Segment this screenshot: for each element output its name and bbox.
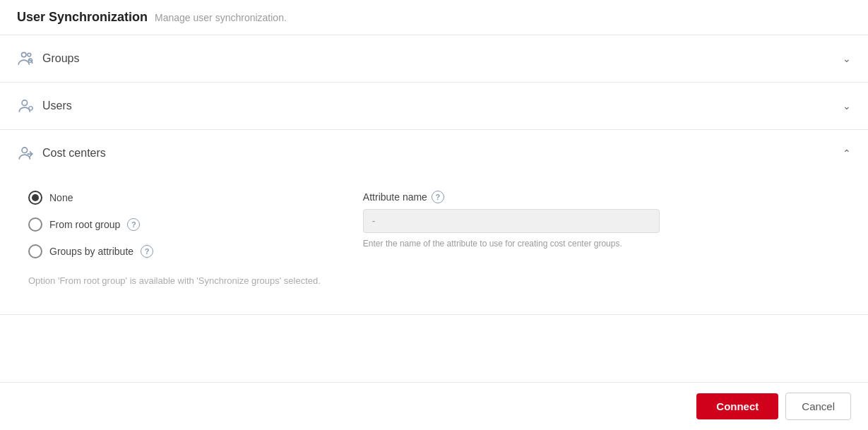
footer: Connect Cancel [0,382,868,430]
cancel-button[interactable]: Cancel [785,393,851,420]
radio-groups-by-attribute[interactable]: Groups by attribute ? [28,244,321,258]
cost-centers-section-left: Cost centers [17,144,106,162]
attribute-name-input[interactable] [363,209,660,233]
users-chevron: ⌄ [843,100,851,112]
svg-point-9 [29,107,32,110]
cost-centers-section: Cost centers ⌃ None [0,130,868,315]
radio-groups-by-attribute-label: Groups by attribute [49,246,133,257]
main-content: Groups ⌄ Users [0,35,868,382]
radio-from-root-group-label: From root group [49,219,120,230]
groups-label: Groups [42,52,79,65]
groups-section-left: Groups [17,49,79,68]
option-info-text: Option 'From root group' is available wi… [28,275,321,286]
radio-from-root-group-circle [28,217,42,232]
attribute-name-col: Attribute name ? Enter the name of the a… [363,191,660,250]
radio-groups-by-attribute-circle [28,244,42,258]
attribute-name-label: Attribute name ? [363,191,660,203]
radio-none-label: None [49,192,73,203]
users-section-header[interactable]: Users ⌄ [0,83,868,129]
groups-section: Groups ⌄ [0,35,868,83]
users-label: Users [42,100,72,112]
radio-none-circle [28,191,42,205]
users-section: Users ⌄ [0,83,868,130]
groups-icon [17,49,35,68]
users-icon [17,97,35,115]
cost-centers-label: Cost centers [42,147,106,160]
cost-centers-section-header[interactable]: Cost centers ⌃ [0,130,868,177]
attribute-name-hint: Enter the name of the attribute to use f… [363,237,660,250]
page-subtitle: Manage user synchronization. [155,12,287,23]
svg-point-14 [22,148,28,153]
cost-centers-chevron: ⌃ [843,148,851,159]
cost-centers-content-row: None From root group ? Groups by attribu… [28,191,840,286]
svg-point-1 [28,53,31,56]
cost-centers-icon [17,144,35,162]
groups-chevron: ⌄ [843,53,851,64]
cost-centers-body: None From root group ? Groups by attribu… [0,177,868,314]
radio-group: None From root group ? Groups by attribu… [28,191,321,258]
radio-options-col: None From root group ? Groups by attribu… [28,191,321,286]
page-header: User Synchronization Manage user synchro… [0,0,868,35]
attribute-name-help-icon[interactable]: ? [432,191,444,203]
svg-point-0 [22,52,27,57]
users-section-left: Users [17,97,72,115]
radio-from-root-group[interactable]: From root group ? [28,217,321,232]
page-title: User Synchronization [17,10,148,25]
radio-none[interactable]: None [28,191,321,205]
svg-point-8 [22,100,28,106]
groups-section-header[interactable]: Groups ⌄ [0,35,868,82]
groups-by-attribute-help-icon[interactable]: ? [141,245,153,258]
from-root-group-help-icon[interactable]: ? [127,218,140,231]
connect-button[interactable]: Connect [696,393,778,419]
